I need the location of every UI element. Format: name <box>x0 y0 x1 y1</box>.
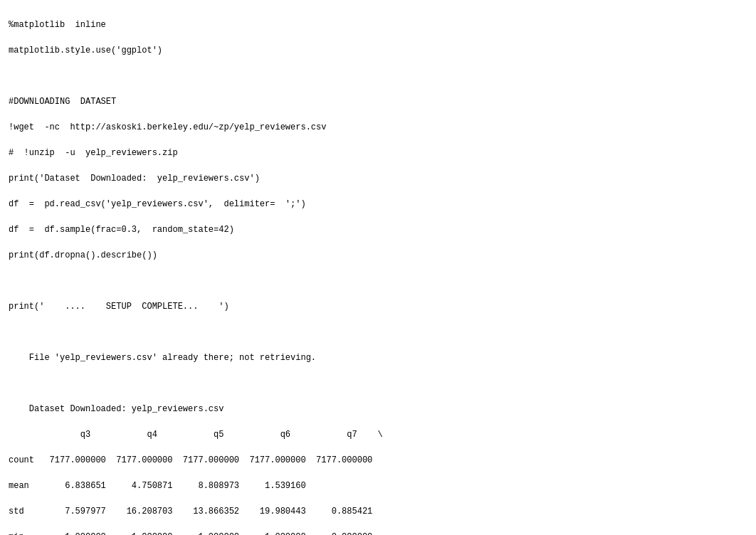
line-describe: print(df.dropna().describe()) <box>9 250 157 260</box>
line-dataset-downloaded: Dataset Downloaded: yelp_reviewers.csv <box>9 404 224 414</box>
line-mean-q3-q7: mean 6.838651 4.750871 8.808973 1.539160 <box>9 481 306 491</box>
line-count-q3-q7: count 7177.000000 7177.000000 7177.00000… <box>9 455 372 465</box>
line-matplotlib-style: matplotlib.style.use('ggplot') <box>9 46 162 55</box>
line-matplotlib-inline: %matplotlib inline <box>9 20 106 30</box>
line-print-dataset: print('Dataset Downloaded: yelp_reviewer… <box>9 174 260 184</box>
line-header-q3-q7: q3 q4 q5 q6 q7 \ <box>9 430 383 440</box>
line-print-complete: print(' .... SETUP COMPLETE... ') <box>9 302 229 312</box>
line-downloading-comment: #DOWNLOADING DATASET <box>9 97 116 107</box>
line-read-csv: df = pd.read_csv('yelp_reviewers.csv', d… <box>9 199 306 209</box>
notebook-content: %matplotlib inline matplotlib.style.use(… <box>9 6 747 535</box>
line-file-already-there: File 'yelp_reviewers.csv' already there;… <box>9 353 316 363</box>
line-wget: !wget -nc http://askoski.berkeley.edu/~z… <box>9 122 326 132</box>
line-std-q3-q7: std 7.597977 16.208703 13.866352 19.9804… <box>9 507 372 517</box>
line-min-q3-q7: min 1.000000 1.000000 1.000000 1.000000 … <box>9 532 372 535</box>
line-sample: df = df.sample(frac=0.3, random_state=42… <box>9 225 234 235</box>
line-unzip: # !unzip -u yelp_reviewers.zip <box>9 148 178 158</box>
